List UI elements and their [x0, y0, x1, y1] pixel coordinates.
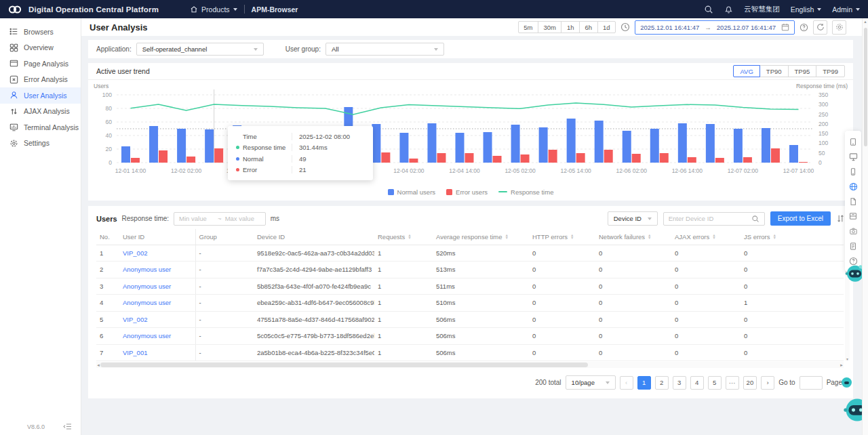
- sort-icon[interactable]: ▲▼: [505, 234, 509, 240]
- mode-tp95[interactable]: TP95: [788, 65, 817, 77]
- language-menu[interactable]: English: [791, 5, 821, 14]
- time-range-5m[interactable]: 5m: [518, 21, 538, 33]
- user-id-link[interactable]: Anonymous user: [119, 278, 195, 295]
- column-header-network-failures[interactable]: Network failures▲▼: [595, 229, 671, 245]
- date-range-picker[interactable]: 2025.12.01 16:41:47 → 2025.12.07 16:41:4…: [635, 20, 795, 35]
- sidebar-item-terminal-analysis[interactable]: Terminal Analysis: [0, 119, 81, 136]
- column-header-ajax-errors[interactable]: AJAX errors▲▼: [671, 229, 741, 245]
- table-cell: 0: [671, 295, 741, 312]
- column-header-js-errors[interactable]: JS errors▲▼: [741, 229, 844, 245]
- prev-page-button[interactable]: ‹: [620, 376, 633, 390]
- report-file-icon[interactable]: [846, 194, 860, 209]
- page-size-select[interactable]: 10/page: [566, 375, 616, 390]
- search-icon[interactable]: [704, 5, 713, 14]
- question-icon[interactable]: [800, 23, 808, 32]
- document-icon[interactable]: [846, 239, 860, 253]
- bell-icon[interactable]: [724, 5, 733, 14]
- column-header-group: Group: [195, 229, 254, 245]
- archive-box-icon[interactable]: [846, 209, 860, 224]
- mode-tp99[interactable]: TP99: [816, 65, 845, 77]
- sidebar-item-ajax-analysis[interactable]: AJAX Analysis: [0, 104, 81, 120]
- table-cell: 0: [529, 278, 595, 295]
- device-id-select[interactable]: Device ID: [608, 211, 658, 226]
- next-page-button[interactable]: ›: [761, 376, 774, 390]
- sidebar-item-page-analysis[interactable]: Page Analysis: [0, 56, 81, 72]
- time-range-30m[interactable]: 30m: [538, 21, 561, 33]
- camera-icon[interactable]: [846, 224, 860, 239]
- table-cell: -: [195, 262, 254, 278]
- max-value-input[interactable]: [225, 215, 260, 222]
- user-id-link[interactable]: Anonymous user: [119, 328, 195, 345]
- column-header-requests[interactable]: Requests▲▼: [374, 229, 433, 245]
- sort-icon[interactable]: ▲▼: [712, 234, 715, 240]
- sidebar-item-error-analysis[interactable]: Error Analysis: [0, 72, 81, 88]
- mode-tp90[interactable]: TP90: [760, 65, 789, 77]
- application-select[interactable]: Self-operated_channel: [136, 43, 264, 56]
- collapse-menu-icon[interactable]: [63, 423, 72, 430]
- chat-badge-icon[interactable]: [842, 377, 852, 388]
- page-button-20[interactable]: 20: [743, 376, 757, 390]
- legend-response-time[interactable]: Response time: [498, 188, 553, 196]
- time-range-1d[interactable]: 1d: [597, 21, 616, 33]
- org-name[interactable]: 云智慧集团: [744, 5, 780, 14]
- search-icon[interactable]: [751, 215, 760, 223]
- page-button-···[interactable]: ···: [726, 376, 739, 390]
- globe-icon[interactable]: [846, 179, 860, 194]
- home-icon: [190, 5, 198, 14]
- column-header-average-response-time[interactable]: Average response time▲▼: [433, 229, 529, 245]
- time-range-1h[interactable]: 1h: [561, 21, 580, 33]
- table-horizontal-scrollbar[interactable]: ◄ ►: [96, 362, 844, 368]
- tooltip-time-value: 2025-12-02 08:00: [292, 133, 373, 140]
- active-user-trend-chart[interactable]: 020406080100050100150200250300350UsersRe…: [92, 83, 849, 184]
- time-range-6h[interactable]: 6h: [579, 21, 598, 33]
- page-button-5[interactable]: 5: [708, 376, 722, 390]
- user-id-link[interactable]: VIP_002: [119, 311, 195, 328]
- column-header-http-errors[interactable]: HTTP errors▲▼: [529, 229, 595, 245]
- refresh-button[interactable]: [813, 20, 827, 35]
- min-value-input[interactable]: [179, 215, 214, 222]
- sort-icon[interactable]: ▲▼: [773, 234, 776, 240]
- user-group-select[interactable]: All: [326, 43, 444, 56]
- page-scrollbar[interactable]: ▲: [862, 18, 868, 435]
- user-id-link[interactable]: Anonymous user: [119, 295, 195, 312]
- page-button-4[interactable]: 4: [690, 376, 704, 390]
- svg-text:300: 300: [818, 101, 828, 108]
- products-menu[interactable]: Products: [190, 5, 237, 14]
- clock-icon[interactable]: [620, 22, 630, 32]
- page-button-2[interactable]: 2: [655, 376, 669, 390]
- sort-icon[interactable]: ▲▼: [408, 234, 411, 240]
- auto-refresh-button[interactable]: [832, 20, 846, 35]
- user-id-link[interactable]: Anonymous user: [119, 262, 195, 278]
- column-settings-icon[interactable]: [836, 214, 845, 223]
- scroll-down-arrow-icon[interactable]: ▼: [845, 357, 850, 361]
- table-cell: 0: [529, 328, 595, 345]
- user-menu[interactable]: Admin: [832, 5, 860, 14]
- svg-text:40: 40: [106, 132, 113, 139]
- table-cell: 0: [529, 311, 595, 328]
- sort-icon[interactable]: ▲▼: [648, 234, 651, 240]
- page-button-3[interactable]: 3: [673, 376, 686, 390]
- scroll-right-arrow-icon[interactable]: ►: [840, 363, 844, 367]
- tab-apm-browser[interactable]: APM-Browser: [252, 5, 298, 14]
- legend-error-users[interactable]: Error users: [446, 188, 488, 196]
- mobile-icon[interactable]: [846, 164, 860, 179]
- sidebar-item-browsers[interactable]: Browsers: [0, 24, 81, 40]
- mode-avg[interactable]: AVG: [733, 65, 760, 77]
- table-cell: 513ms: [433, 262, 529, 278]
- monitor-icon[interactable]: [846, 149, 860, 164]
- user-id-link[interactable]: VIP_001: [119, 344, 195, 361]
- sidebar-item-settings[interactable]: Settings: [0, 136, 81, 152]
- tablet-icon[interactable]: [846, 134, 860, 149]
- table-cell: 0: [595, 328, 671, 345]
- legend-normal-users[interactable]: Normal users: [388, 188, 436, 196]
- sidebar-item-user-analysis[interactable]: User Analysis: [0, 87, 81, 104]
- page-button-1[interactable]: 1: [637, 376, 651, 390]
- device-id-search-input[interactable]: [669, 215, 748, 222]
- export-to-excel-button[interactable]: Export to Excel: [770, 211, 831, 226]
- sort-icon[interactable]: ▲▼: [570, 234, 574, 240]
- sidebar-item-overview[interactable]: Overview: [0, 40, 81, 56]
- table-cell: 2: [96, 262, 119, 278]
- goto-page-input[interactable]: [800, 376, 823, 390]
- user-id-link[interactable]: VIP_002: [119, 245, 195, 262]
- scroll-up-arrow-icon[interactable]: ▲: [863, 20, 868, 24]
